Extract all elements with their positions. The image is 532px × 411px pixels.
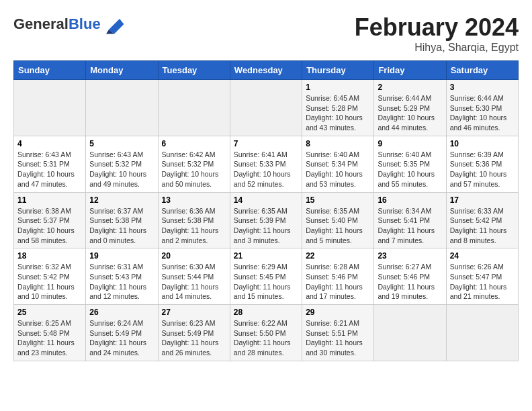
- day-number: 29: [306, 308, 370, 317]
- calendar-cell: 22Sunrise: 6:28 AM Sunset: 5:46 PM Dayli…: [302, 248, 374, 305]
- calendar-body: 1Sunrise: 6:45 AM Sunset: 5:28 PM Daylig…: [14, 80, 519, 361]
- day-number: 17: [450, 195, 515, 205]
- header-day-friday: Friday: [374, 61, 446, 80]
- calendar-cell: [158, 80, 230, 136]
- day-number: 19: [89, 251, 154, 261]
- day-number: 25: [17, 308, 82, 317]
- calendar-cell: [446, 305, 518, 361]
- day-info: Sunrise: 6:27 AM Sunset: 5:46 PM Dayligh…: [378, 262, 442, 302]
- logo-icon: [103, 13, 125, 35]
- day-info: Sunrise: 6:21 AM Sunset: 5:51 PM Dayligh…: [306, 318, 370, 358]
- calendar-cell: [14, 80, 86, 136]
- day-number: 9: [378, 139, 442, 148]
- day-info: Sunrise: 6:28 AM Sunset: 5:46 PM Dayligh…: [306, 262, 370, 302]
- header-day-tuesday: Tuesday: [158, 61, 230, 80]
- calendar-cell: 20Sunrise: 6:30 AM Sunset: 5:44 PM Dayli…: [158, 248, 230, 305]
- day-number: 8: [306, 139, 370, 148]
- day-number: 11: [17, 195, 82, 205]
- header-day-wednesday: Wednesday: [230, 61, 302, 80]
- day-info: Sunrise: 6:41 AM Sunset: 5:33 PM Dayligh…: [234, 150, 298, 189]
- day-number: 1: [306, 83, 370, 92]
- day-number: 12: [89, 195, 154, 205]
- logo: GeneralBlue: [13, 13, 125, 35]
- calendar-cell: 7Sunrise: 6:41 AM Sunset: 5:33 PM Daylig…: [230, 136, 302, 192]
- calendar-cell: 26Sunrise: 6:24 AM Sunset: 5:49 PM Dayli…: [86, 305, 158, 361]
- day-number: 28: [234, 308, 298, 317]
- calendar-cell: 1Sunrise: 6:45 AM Sunset: 5:28 PM Daylig…: [302, 80, 374, 136]
- calendar-cell: 24Sunrise: 6:26 AM Sunset: 5:47 PM Dayli…: [446, 248, 518, 305]
- day-number: 27: [162, 308, 226, 317]
- day-info: Sunrise: 6:23 AM Sunset: 5:49 PM Dayligh…: [162, 318, 226, 358]
- day-number: 5: [89, 139, 154, 148]
- day-info: Sunrise: 6:29 AM Sunset: 5:45 PM Dayligh…: [234, 262, 298, 302]
- day-info: Sunrise: 6:35 AM Sunset: 5:40 PM Dayligh…: [306, 206, 370, 246]
- week-row-3: 11Sunrise: 6:38 AM Sunset: 5:37 PM Dayli…: [14, 192, 519, 248]
- week-row-1: 1Sunrise: 6:45 AM Sunset: 5:28 PM Daylig…: [14, 80, 519, 136]
- day-info: Sunrise: 6:45 AM Sunset: 5:28 PM Dayligh…: [306, 93, 370, 133]
- day-info: Sunrise: 6:24 AM Sunset: 5:49 PM Dayligh…: [89, 318, 154, 358]
- calendar-table: SundayMondayTuesdayWednesdayThursdayFrid…: [13, 60, 519, 361]
- day-info: Sunrise: 6:43 AM Sunset: 5:32 PM Dayligh…: [89, 150, 154, 189]
- day-info: Sunrise: 6:42 AM Sunset: 5:32 PM Dayligh…: [162, 150, 226, 189]
- day-info: Sunrise: 6:37 AM Sunset: 5:38 PM Dayligh…: [89, 206, 154, 246]
- day-info: Sunrise: 6:25 AM Sunset: 5:48 PM Dayligh…: [17, 318, 82, 358]
- page-header: GeneralBlue February 2024 Hihya, Sharqia…: [13, 13, 519, 54]
- calendar-cell: 28Sunrise: 6:22 AM Sunset: 5:50 PM Dayli…: [230, 305, 302, 361]
- day-number: 18: [17, 251, 82, 261]
- calendar-cell: 14Sunrise: 6:35 AM Sunset: 5:39 PM Dayli…: [230, 192, 302, 248]
- calendar-cell: 9Sunrise: 6:40 AM Sunset: 5:35 PM Daylig…: [374, 136, 446, 192]
- day-number: 4: [17, 139, 82, 148]
- day-info: Sunrise: 6:31 AM Sunset: 5:43 PM Dayligh…: [89, 262, 154, 302]
- header-day-thursday: Thursday: [302, 61, 374, 80]
- calendar-cell: 25Sunrise: 6:25 AM Sunset: 5:48 PM Dayli…: [14, 305, 86, 361]
- calendar-cell: [374, 305, 446, 361]
- week-row-2: 4Sunrise: 6:43 AM Sunset: 5:31 PM Daylig…: [14, 136, 519, 192]
- calendar-cell: 2Sunrise: 6:44 AM Sunset: 5:29 PM Daylig…: [374, 80, 446, 136]
- logo-general-text: General: [13, 15, 69, 32]
- calendar-cell: 16Sunrise: 6:34 AM Sunset: 5:41 PM Dayli…: [374, 192, 446, 248]
- calendar-cell: 10Sunrise: 6:39 AM Sunset: 5:36 PM Dayli…: [446, 136, 518, 192]
- day-info: Sunrise: 6:40 AM Sunset: 5:35 PM Dayligh…: [378, 150, 442, 189]
- day-info: Sunrise: 6:32 AM Sunset: 5:42 PM Dayligh…: [17, 262, 82, 302]
- calendar-cell: 27Sunrise: 6:23 AM Sunset: 5:49 PM Dayli…: [158, 305, 230, 361]
- header-row: SundayMondayTuesdayWednesdayThursdayFrid…: [14, 61, 519, 80]
- header-day-saturday: Saturday: [446, 61, 518, 80]
- day-info: Sunrise: 6:44 AM Sunset: 5:30 PM Dayligh…: [450, 93, 515, 133]
- calendar-cell: 12Sunrise: 6:37 AM Sunset: 5:38 PM Dayli…: [86, 192, 158, 248]
- header-day-sunday: Sunday: [14, 61, 86, 80]
- location: Hihya, Sharqia, Egypt: [355, 42, 519, 54]
- day-number: 23: [378, 251, 442, 261]
- day-info: Sunrise: 6:30 AM Sunset: 5:44 PM Dayligh…: [162, 262, 226, 302]
- calendar-cell: 29Sunrise: 6:21 AM Sunset: 5:51 PM Dayli…: [302, 305, 374, 361]
- day-number: 22: [306, 251, 370, 261]
- calendar-cell: 19Sunrise: 6:31 AM Sunset: 5:43 PM Dayli…: [86, 248, 158, 305]
- calendar-cell: 21Sunrise: 6:29 AM Sunset: 5:45 PM Dayli…: [230, 248, 302, 305]
- day-number: 26: [89, 308, 154, 317]
- calendar-header: SundayMondayTuesdayWednesdayThursdayFrid…: [14, 61, 519, 80]
- day-number: 24: [450, 251, 515, 261]
- day-info: Sunrise: 6:33 AM Sunset: 5:42 PM Dayligh…: [450, 206, 515, 246]
- day-number: 13: [162, 195, 226, 205]
- calendar-cell: 23Sunrise: 6:27 AM Sunset: 5:46 PM Dayli…: [374, 248, 446, 305]
- day-info: Sunrise: 6:22 AM Sunset: 5:50 PM Dayligh…: [234, 318, 298, 358]
- day-number: 10: [450, 139, 515, 148]
- day-number: 2: [378, 83, 442, 92]
- day-number: 15: [306, 195, 370, 205]
- calendar-cell: 15Sunrise: 6:35 AM Sunset: 5:40 PM Dayli…: [302, 192, 374, 248]
- calendar-cell: 13Sunrise: 6:36 AM Sunset: 5:38 PM Dayli…: [158, 192, 230, 248]
- day-info: Sunrise: 6:39 AM Sunset: 5:36 PM Dayligh…: [450, 150, 515, 189]
- week-row-5: 25Sunrise: 6:25 AM Sunset: 5:48 PM Dayli…: [14, 305, 519, 361]
- calendar-cell: 3Sunrise: 6:44 AM Sunset: 5:30 PM Daylig…: [446, 80, 518, 136]
- day-number: 14: [234, 195, 298, 205]
- calendar-cell: [86, 80, 158, 136]
- month-title: February 2024: [355, 13, 519, 42]
- day-info: Sunrise: 6:44 AM Sunset: 5:29 PM Dayligh…: [378, 93, 442, 133]
- calendar-cell: 17Sunrise: 6:33 AM Sunset: 5:42 PM Dayli…: [446, 192, 518, 248]
- calendar-cell: 6Sunrise: 6:42 AM Sunset: 5:32 PM Daylig…: [158, 136, 230, 192]
- day-info: Sunrise: 6:38 AM Sunset: 5:37 PM Dayligh…: [17, 206, 82, 246]
- day-number: 20: [162, 251, 226, 261]
- calendar-cell: 5Sunrise: 6:43 AM Sunset: 5:32 PM Daylig…: [86, 136, 158, 192]
- day-number: 21: [234, 251, 298, 261]
- calendar-cell: 11Sunrise: 6:38 AM Sunset: 5:37 PM Dayli…: [14, 192, 86, 248]
- calendar-cell: 4Sunrise: 6:43 AM Sunset: 5:31 PM Daylig…: [14, 136, 86, 192]
